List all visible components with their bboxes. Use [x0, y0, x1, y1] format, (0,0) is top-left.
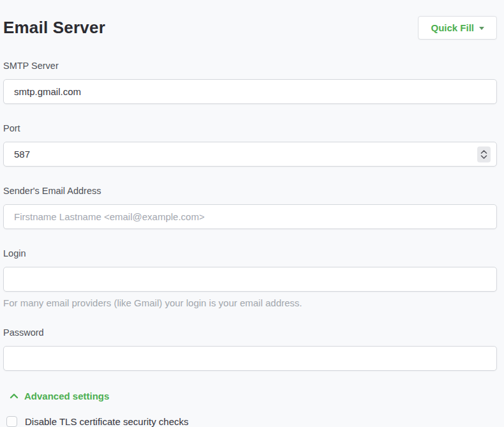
port-input[interactable]: [3, 142, 497, 167]
quick-fill-button-label: Quick Fill: [431, 22, 474, 33]
disable-tls-checkbox[interactable]: [6, 416, 17, 427]
tls-checkbox-row: Disable TLS certificate security checks: [3, 416, 497, 427]
smtp-server-input[interactable]: [3, 79, 497, 104]
smtp-server-label: SMTP Server: [3, 61, 497, 71]
login-group: Login For many email providers (like Gma…: [3, 248, 497, 308]
port-group: Port: [3, 123, 497, 167]
email-server-form: SMTP Server Port Sender's Email Address: [3, 61, 497, 427]
stepper-up-down-icon[interactable]: [477, 146, 491, 162]
password-input[interactable]: [3, 346, 497, 371]
sender-email-label: Sender's Email Address: [3, 186, 497, 196]
stepper-down-icon: [480, 154, 487, 159]
page-header: Email Server Quick Fill: [3, 0, 497, 40]
port-input-wrap: [3, 142, 497, 167]
email-server-settings-page: Email Server Quick Fill SMTP Server Port: [0, 0, 504, 427]
advanced-settings-label: Advanced settings: [24, 391, 109, 401]
login-help-text: For many email providers (like Gmail) yo…: [3, 297, 497, 308]
page-title: Email Server: [3, 18, 105, 38]
password-label: Password: [3, 327, 497, 338]
caret-down-icon: [479, 27, 484, 30]
quick-fill-button[interactable]: Quick Fill: [418, 16, 497, 40]
disable-tls-checkbox-label[interactable]: Disable TLS certificate security checks: [25, 416, 189, 427]
login-label: Login: [3, 248, 497, 258]
password-group: Password: [3, 327, 497, 371]
sender-email-input[interactable]: [3, 204, 497, 229]
sender-email-group: Sender's Email Address: [3, 186, 497, 229]
stepper-up-icon: [480, 149, 487, 154]
port-label: Port: [3, 123, 497, 133]
login-input[interactable]: [3, 267, 497, 292]
smtp-server-group: SMTP Server: [3, 61, 497, 104]
chevron-up-icon: [10, 393, 19, 399]
advanced-settings-toggle[interactable]: Advanced settings: [3, 391, 497, 401]
